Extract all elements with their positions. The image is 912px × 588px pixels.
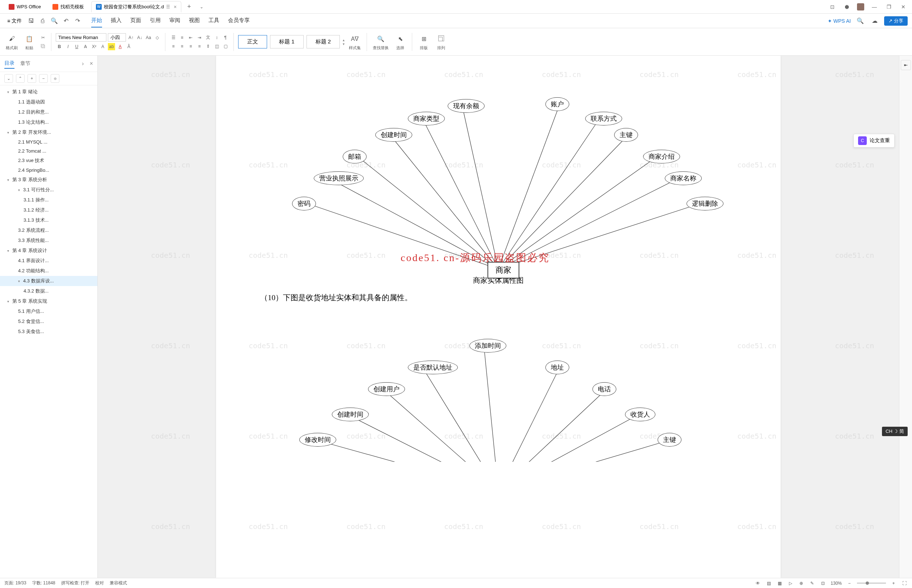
menu-tab-3[interactable]: 引用 bbox=[150, 14, 161, 27]
font-select[interactable] bbox=[56, 33, 106, 42]
outline-item[interactable]: 5.3 美食信... bbox=[0, 326, 97, 337]
link-icon[interactable]: ⌾ bbox=[51, 74, 59, 83]
close-window-button[interactable]: ✕ bbox=[899, 3, 908, 11]
close-icon[interactable]: × bbox=[174, 4, 177, 10]
cut-icon[interactable]: ✂ bbox=[39, 34, 47, 41]
toggle-panel-icon[interactable]: ⇤ bbox=[901, 60, 911, 70]
shading-icon[interactable]: ◫ bbox=[213, 43, 220, 50]
style-body[interactable]: 正文 bbox=[238, 35, 267, 48]
chevron-down-icon[interactable]: ▾ bbox=[7, 90, 12, 94]
edit-icon[interactable]: ✎ bbox=[809, 580, 815, 586]
outline-item[interactable]: 5.1 用户信... bbox=[0, 306, 97, 317]
find-replace-group[interactable]: 🔍 查找替换 bbox=[371, 33, 390, 51]
arrange-group[interactable]: ⊞ 排版 bbox=[416, 33, 431, 51]
add-tab-button[interactable]: + bbox=[184, 2, 194, 12]
preview-icon[interactable]: 🔍 bbox=[49, 16, 59, 26]
italic-icon[interactable]: I bbox=[65, 43, 72, 50]
align-center-icon[interactable]: ≡ bbox=[178, 43, 186, 50]
add-heading-icon[interactable]: + bbox=[28, 74, 36, 83]
eye-icon[interactable]: 👁 bbox=[755, 580, 761, 586]
increase-font-icon[interactable]: A↑ bbox=[127, 34, 134, 41]
tab-wps-home[interactable]: WPS Office bbox=[4, 2, 45, 12]
clear-format-icon[interactable]: ◇ bbox=[154, 34, 161, 41]
word-count[interactable]: 字数: 11848 bbox=[32, 580, 55, 586]
align-group[interactable]: ⿹ 排列 bbox=[434, 33, 449, 51]
font-color-icon[interactable]: A bbox=[117, 43, 124, 50]
menu-tab-2[interactable]: 页面 bbox=[130, 14, 141, 27]
tab-dropdown[interactable]: ⌄ bbox=[197, 3, 206, 11]
paste-group[interactable]: 📋 粘贴 bbox=[22, 33, 37, 51]
outline-item[interactable]: 2.2 Tomcat ... bbox=[0, 147, 97, 155]
wps-ai-button[interactable]: ✦ WPS AI bbox=[828, 18, 851, 24]
style-up-icon[interactable]: ▴ bbox=[343, 38, 345, 42]
menu-tab-7[interactable]: 会员专享 bbox=[228, 14, 250, 27]
outline-item[interactable]: 4.2 功能结构... bbox=[0, 266, 97, 276]
chevron-right-icon[interactable]: › bbox=[82, 60, 84, 67]
tab-templates[interactable]: 找稻壳模板 bbox=[48, 2, 88, 12]
line-spacing-icon[interactable]: ⇕ bbox=[204, 43, 212, 50]
redo-icon[interactable]: ↷ bbox=[72, 16, 83, 26]
avatar-icon[interactable] bbox=[857, 3, 864, 10]
outline-item[interactable]: ▾第 4 章 系统设计 bbox=[0, 246, 97, 256]
phonetic-icon[interactable]: Å bbox=[125, 43, 133, 50]
reading-icon[interactable]: ▦ bbox=[776, 580, 783, 586]
print-icon[interactable]: ⎙ bbox=[38, 16, 48, 26]
bullet-list-icon[interactable]: ☰ bbox=[170, 34, 177, 41]
save-icon[interactable]: 🖫 bbox=[26, 16, 36, 26]
outline-item[interactable]: 5.2 食堂信... bbox=[0, 317, 97, 326]
decrease-indent-icon[interactable]: ⇤ bbox=[187, 34, 194, 41]
spell-check-status[interactable]: 拼写检查: 打开 bbox=[61, 580, 90, 586]
style-heading2[interactable]: 标题 2 bbox=[306, 35, 340, 48]
superscript-icon[interactable]: X² bbox=[91, 43, 98, 50]
border-icon[interactable]: ▢ bbox=[222, 43, 229, 50]
minimize-button[interactable]: — bbox=[870, 3, 879, 11]
maximize-button[interactable]: ❐ bbox=[884, 3, 893, 11]
app-icon-2[interactable]: ⬢ bbox=[842, 3, 851, 11]
text-direction-icon[interactable]: 文 bbox=[204, 34, 212, 41]
chevron-down-icon[interactable]: ▾ bbox=[7, 178, 12, 182]
file-menu[interactable]: ≡ 文件 bbox=[4, 16, 24, 26]
outline-item[interactable]: 2.1 MYSQL ... bbox=[0, 137, 97, 147]
increase-indent-icon[interactable]: ⇥ bbox=[196, 34, 203, 41]
page-indicator[interactable]: 页面: 19/33 bbox=[4, 580, 26, 586]
fullscreen-icon[interactable]: ⛶ bbox=[901, 580, 908, 586]
outline-item[interactable]: 1.2 目的和意... bbox=[0, 107, 97, 117]
underline-icon[interactable]: U bbox=[73, 43, 80, 50]
menu-tab-5[interactable]: 视图 bbox=[189, 14, 200, 27]
justify-icon[interactable]: ≡ bbox=[196, 43, 203, 50]
remove-heading-icon[interactable]: − bbox=[39, 74, 48, 83]
zoom-in-icon[interactable]: + bbox=[890, 580, 897, 586]
outline-item[interactable]: 3.2 系统流程... bbox=[0, 225, 97, 236]
menu-tab-0[interactable]: 开始 bbox=[91, 14, 102, 27]
compat-mode[interactable]: 兼容模式 bbox=[110, 580, 127, 586]
select-group[interactable]: ⬉ 选择 bbox=[393, 33, 408, 51]
strikethrough-icon[interactable]: A̵ bbox=[82, 43, 89, 50]
outline-item[interactable]: 1.3 论文结构... bbox=[0, 117, 97, 127]
share-button[interactable]: ↗ 分享 bbox=[884, 16, 908, 26]
collapse-up-icon[interactable]: ⌃ bbox=[16, 74, 24, 83]
outline-item[interactable]: ▾第 1 章 绪论 bbox=[0, 87, 97, 97]
chevron-down-icon[interactable]: ▾ bbox=[7, 249, 12, 253]
sort-icon[interactable]: ↕ bbox=[213, 34, 220, 41]
outline-item[interactable]: ▾第 5 章 系统实现 bbox=[0, 296, 97, 306]
outline-item[interactable]: ▾第 2 章 开发环境... bbox=[0, 127, 97, 137]
format-brush-group[interactable]: 🖌 格式刷 bbox=[4, 33, 19, 51]
layout-icon[interactable]: ▤ bbox=[765, 580, 772, 586]
decrease-font-icon[interactable]: A↓ bbox=[136, 34, 143, 41]
tab-document[interactable]: W 校园食堂订餐系统boot论文.d ☰ × bbox=[91, 1, 181, 12]
document-area[interactable]: code51.cncode51.cncode51.cncode51.cncode… bbox=[98, 56, 899, 578]
outline-item[interactable]: ▾4.3 数据库设... bbox=[0, 276, 97, 286]
zoom-out-icon[interactable]: − bbox=[846, 580, 853, 586]
menu-tab-4[interactable]: 审阅 bbox=[169, 14, 180, 27]
chevron-down-icon[interactable]: ▾ bbox=[7, 131, 12, 134]
outline-item[interactable]: 2.4 SpringBo... bbox=[0, 166, 97, 174]
thesis-check-panel[interactable]: C 论文查重 bbox=[854, 134, 895, 147]
tab-outline[interactable]: 目录 bbox=[4, 58, 15, 69]
close-sidebar-icon[interactable]: × bbox=[90, 60, 93, 67]
outline-item[interactable]: ▾第 3 章 系统分析 bbox=[0, 174, 97, 185]
text-effect-icon[interactable]: A bbox=[99, 43, 106, 50]
menu-tab-6[interactable]: 工具 bbox=[209, 14, 219, 27]
number-list-icon[interactable]: ≡ bbox=[178, 34, 186, 41]
show-marks-icon[interactable]: ¶ bbox=[222, 34, 229, 41]
outline-item[interactable]: 3.1.2 经济... bbox=[0, 205, 97, 215]
